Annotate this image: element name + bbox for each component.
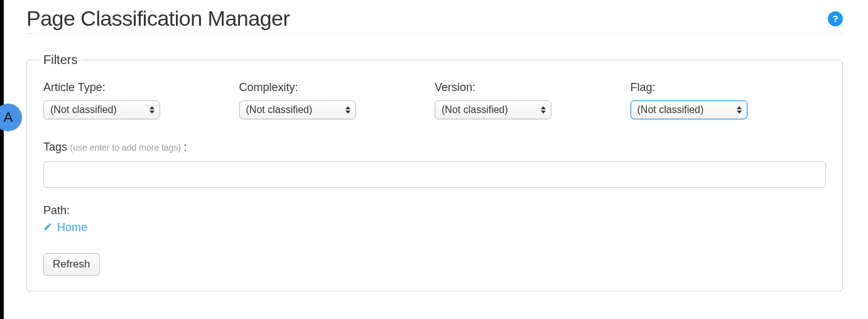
- tags-colon: :: [184, 141, 187, 153]
- flag-select[interactable]: (Not classified): [631, 100, 747, 119]
- path-section: Path: Home: [43, 204, 826, 234]
- refresh-button[interactable]: Refresh: [43, 253, 100, 276]
- help-icon[interactable]: ?: [828, 11, 843, 26]
- filters-fieldset: Filters Article Type: (Not classified) C…: [26, 53, 843, 291]
- tags-hint: (use enter to add more tags): [70, 143, 181, 153]
- flag-selected: (Not classified): [637, 104, 704, 116]
- version-label: Version:: [435, 81, 631, 94]
- filter-flag: Flag: (Not classified): [631, 81, 827, 119]
- version-selected: (Not classified): [442, 104, 508, 116]
- tags-label: Tags: [43, 141, 67, 153]
- filter-article-type: Article Type: (Not classified): [43, 81, 239, 119]
- page-title: Page Classification Manager: [26, 6, 290, 31]
- complexity-selected: (Not classified): [246, 104, 313, 116]
- version-select[interactable]: (Not classified): [435, 100, 551, 119]
- tags-section: Tags (use enter to add more tags) :: [43, 141, 826, 188]
- complexity-label: Complexity:: [239, 81, 435, 94]
- complexity-select[interactable]: (Not classified): [239, 100, 356, 119]
- path-link-home[interactable]: Home: [57, 221, 87, 234]
- updown-icon: [345, 106, 350, 114]
- article-type-select[interactable]: (Not classified): [43, 100, 160, 119]
- filters-legend: Filters: [40, 53, 81, 67]
- updown-icon: [149, 106, 155, 114]
- filters-select-row: Article Type: (Not classified) Complexit…: [43, 81, 826, 119]
- help-symbol: ?: [832, 13, 838, 24]
- updown-icon: [541, 106, 546, 114]
- pencil-icon[interactable]: [43, 222, 52, 234]
- path-label: Path:: [43, 204, 826, 217]
- filter-version: Version: (Not classified): [435, 81, 631, 119]
- flag-label: Flag:: [631, 81, 827, 94]
- article-type-label: Article Type:: [43, 81, 239, 94]
- updown-icon: [737, 106, 742, 114]
- tags-input[interactable]: [43, 161, 826, 188]
- article-type-selected: (Not classified): [50, 104, 117, 116]
- annotation-letter: A: [4, 109, 13, 126]
- filter-complexity: Complexity: (Not classified): [239, 81, 435, 119]
- page-header: Page Classification Manager ?: [26, 6, 843, 34]
